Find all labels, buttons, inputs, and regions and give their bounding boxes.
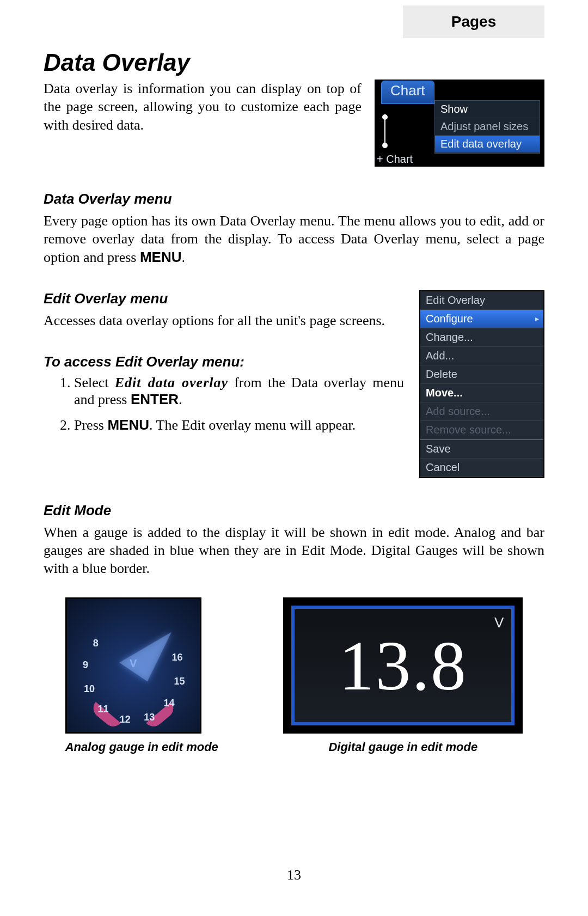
menu-item-change[interactable]: Change...	[420, 328, 543, 347]
paragraph-data-overlay-menu: Every page option has its own Data Overl…	[44, 212, 544, 266]
menu-item-configure[interactable]: Configure ▸	[420, 310, 543, 328]
chevron-right-icon: ▸	[535, 314, 539, 323]
menu-key-word: MENU	[140, 249, 182, 265]
caption-analog: Analog gauge in edit mode	[65, 740, 218, 754]
tick-13: 13	[144, 712, 155, 723]
section-label: Pages	[451, 13, 497, 30]
emphasis-edit-data-overlay: Edit data overlay	[115, 375, 228, 390]
chart-tab: Chart	[381, 81, 434, 104]
figure-data-overlay-popup: Chart Show Adjust panel sizes Edit data …	[375, 80, 544, 167]
paragraph-edit-mode: When a gauge is added to the display it …	[44, 523, 544, 578]
heading-to-access: To access Edit Overlay menu:	[44, 353, 406, 370]
page-number: 13	[0, 867, 588, 883]
menu-item-adjust-panel[interactable]: Adjust panel sizes	[435, 118, 540, 136]
step-1: Select Edit data overlay from the Data o…	[74, 375, 406, 408]
digital-value: 13.8	[339, 625, 468, 706]
tick-9: 9	[83, 659, 88, 671]
steps-list: Select Edit data overlay from the Data o…	[74, 375, 406, 433]
menu-item-edit-data-overlay[interactable]: Edit data overlay	[435, 136, 540, 153]
gauges-row: V 8 9 10 11 12 13 14 15 16 Analog gauge …	[44, 597, 544, 754]
menu-item-move[interactable]: Move...	[420, 384, 543, 402]
menu-item-cancel[interactable]: Cancel	[420, 459, 543, 477]
tick-15: 15	[174, 676, 185, 687]
menu-item-add-source: Add source...	[420, 402, 543, 421]
tick-16: 16	[172, 651, 183, 663]
tick-11: 11	[97, 704, 108, 715]
menu-item-add[interactable]: Add...	[420, 347, 543, 365]
digital-unit: V	[494, 614, 504, 631]
text: Press	[74, 417, 107, 433]
tick-8: 8	[93, 638, 99, 649]
tick-10: 10	[84, 683, 95, 695]
intro-text: Data overlay is information you can disp…	[44, 80, 362, 134]
heading-edit-mode: Edit Mode	[44, 502, 544, 519]
figure-analog-gauge: V 8 9 10 11 12 13 14 15 16	[65, 597, 201, 734]
wire-decoration	[378, 110, 421, 154]
popup-menu: Show Adjust panel sizes Edit data overla…	[434, 100, 540, 154]
menu-item-show[interactable]: Show	[435, 101, 540, 118]
text: .	[179, 392, 182, 407]
text: . The Edit overlay menu will appear.	[149, 417, 356, 433]
analog-gauge-block: V 8 9 10 11 12 13 14 15 16 Analog gauge …	[65, 597, 218, 754]
figure-edit-overlay-menu: Edit Overlay Configure ▸ Change... Add..…	[419, 290, 544, 478]
digital-gauge-block: 13.8 V Digital gauge in edit mode	[283, 597, 523, 754]
digital-gauge-inner: 13.8 V	[291, 606, 514, 725]
step-2: Press MENU. The Edit overlay menu will a…	[74, 417, 406, 433]
add-chart-label: + Chart	[377, 153, 413, 166]
menu-item-remove-source: Remove source...	[420, 421, 543, 439]
figure-digital-gauge: 13.8 V	[283, 597, 523, 734]
text: .	[181, 249, 185, 265]
tick-12: 12	[120, 713, 131, 725]
section-tab: Pages	[403, 5, 544, 38]
tick-14: 14	[164, 698, 175, 709]
heading-edit-overlay-menu: Edit Overlay menu	[44, 290, 406, 307]
label: Configure	[426, 313, 473, 325]
text: Select	[74, 375, 115, 390]
intro-row: Data overlay is information you can disp…	[44, 80, 544, 167]
menu-item-edit-overlay[interactable]: Edit Overlay	[420, 291, 543, 310]
needle-icon	[119, 618, 177, 682]
enter-key-word: ENTER	[131, 391, 179, 407]
paragraph-edit-overlay-menu: Accesses data overlay options for all th…	[44, 312, 406, 329]
text: Every page option has its own Data Overl…	[44, 213, 544, 265]
caption-digital: Digital gauge in edit mode	[283, 740, 523, 754]
edit-overlay-row: Edit Overlay menu Accesses data overlay …	[44, 290, 544, 478]
menu-item-delete[interactable]: Delete	[420, 365, 543, 384]
menu-item-save[interactable]: Save	[420, 440, 543, 459]
manual-page: Pages Data Overlay Data overlay is infor…	[0, 0, 588, 916]
menu-key-word: MENU	[107, 417, 149, 433]
heading-data-overlay-menu: Data Overlay menu	[44, 191, 544, 207]
